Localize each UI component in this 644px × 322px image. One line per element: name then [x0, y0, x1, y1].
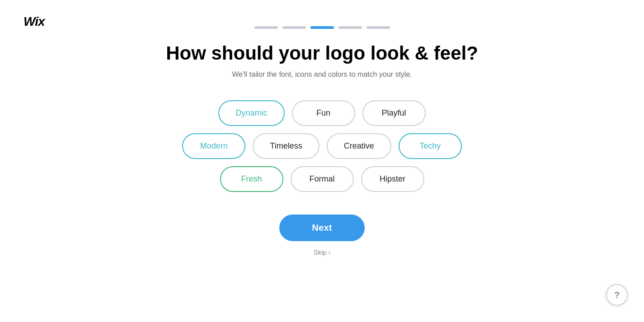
option-techy[interactable]: Techy: [399, 133, 462, 159]
skip-link[interactable]: Skip ›: [313, 248, 330, 256]
option-formal[interactable]: Formal: [291, 166, 354, 192]
wix-logo: Wix: [24, 14, 45, 29]
help-button[interactable]: ?: [606, 284, 628, 306]
next-button[interactable]: Next: [279, 215, 365, 241]
page-subtitle: We'll tailor the font, icons and colors …: [232, 70, 412, 79]
options-row-1: Dynamic Fun Playful: [218, 100, 425, 126]
progress-step-2: [282, 26, 306, 29]
progress-step-5: [367, 26, 390, 29]
option-fresh[interactable]: Fresh: [220, 166, 283, 192]
progress-bar: [0, 0, 644, 29]
option-fun[interactable]: Fun: [292, 100, 355, 126]
skip-chevron-icon: ›: [329, 248, 331, 256]
page-title: How should your logo look & feel?: [166, 42, 478, 64]
option-hipster[interactable]: Hipster: [361, 166, 424, 192]
options-row-3: Fresh Formal Hipster: [220, 166, 424, 192]
progress-step-3: [310, 26, 334, 29]
main-content: How should your logo look & feel? We'll …: [0, 42, 644, 256]
progress-step-4: [338, 26, 362, 29]
skip-label: Skip: [313, 248, 326, 256]
option-modern[interactable]: Modern: [182, 133, 245, 159]
progress-step-1: [254, 26, 278, 29]
options-container: Dynamic Fun Playful Modern Timeless Crea…: [182, 100, 461, 192]
option-dynamic[interactable]: Dynamic: [218, 100, 284, 126]
options-row-2: Modern Timeless Creative Techy: [182, 133, 461, 159]
option-timeless[interactable]: Timeless: [253, 133, 319, 159]
help-label: ?: [614, 290, 620, 300]
option-creative[interactable]: Creative: [327, 133, 391, 159]
option-playful[interactable]: Playful: [362, 100, 426, 126]
